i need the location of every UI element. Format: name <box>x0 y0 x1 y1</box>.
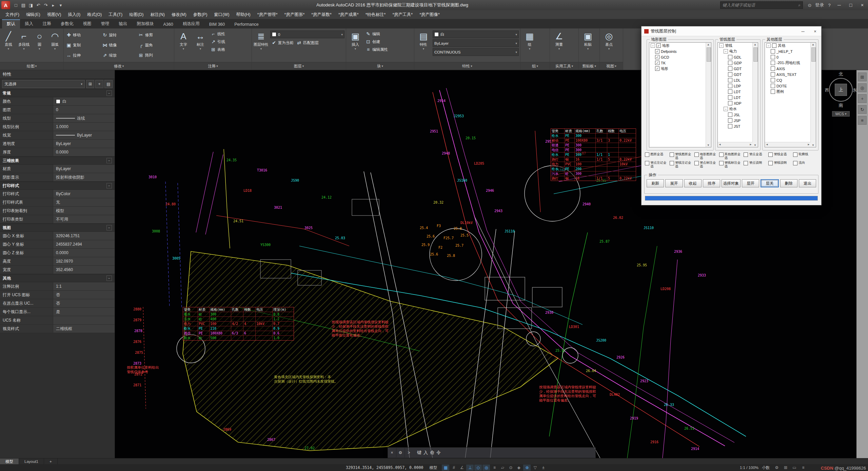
properties-dropdown-2[interactable]: CONTINUOUS▾ <box>433 48 519 56</box>
ribbon-button[interactable]: ⇗缩放 <box>101 50 136 60</box>
collapse-icon[interactable]: − <box>106 90 112 96</box>
status-toggle-9[interactable]: ◈ <box>515 465 522 471</box>
ribbon-button[interactable]: ○圆▾ <box>33 30 47 51</box>
ribbon-button[interactable]: A文字▾ <box>176 30 191 51</box>
palette-row[interactable]: 打开 UCS 图标否 <box>0 291 115 299</box>
checkbox[interactable] <box>728 124 732 128</box>
dialog-button[interactable]: 选择对象 <box>722 179 741 187</box>
model-space-label[interactable]: 模型 <box>429 465 437 470</box>
ribbon-button[interactable]: ✎编辑 <box>364 30 413 37</box>
scrollbar[interactable] <box>765 142 811 147</box>
viewcube-south-label[interactable]: 南 <box>826 102 856 108</box>
ribbon-button[interactable]: ✚移动 <box>65 30 100 40</box>
ribbon-button[interactable]: ⇄匹配图层 <box>295 39 320 46</box>
scrollbar[interactable] <box>810 43 816 147</box>
status-toggle-4[interactable]: ◇ <box>474 465 482 471</box>
status-toggle-7[interactable]: ▱ <box>499 465 506 471</box>
checkbox[interactable] <box>728 66 732 71</box>
dialog-button[interactable]: 排序 <box>703 179 720 187</box>
checkbox[interactable] <box>771 66 775 71</box>
layer-dropdown[interactable]: 0▾ <box>270 30 344 38</box>
menu-item-1[interactable]: 编辑(E) <box>23 10 44 19</box>
menu-item-8[interactable]: 修改(M) <box>168 10 190 19</box>
ribbon-button[interactable]: ✂修剪 <box>137 30 173 40</box>
layer-list-item[interactable]: JSP <box>718 118 758 123</box>
checkbox[interactable] <box>728 112 732 117</box>
layer-list-item[interactable]: ✓GCD <box>649 54 711 60</box>
checkbox[interactable]: ✓ <box>655 49 659 54</box>
ribbon-tab-5[interactable]: 管理 <box>96 19 114 28</box>
annotation-scale[interactable]: 1:1 / 100% <box>740 466 758 470</box>
command-line[interactable]: × ⚙ > 键入命令 <box>388 447 596 458</box>
qat-icon-1[interactable]: ▤ <box>20 1 27 9</box>
layer-list-item[interactable]: DOTE <box>765 83 816 89</box>
palette-row[interactable]: 颜色白 <box>0 97 115 106</box>
layer-list-item[interactable]: AXIS_TEXT <box>765 71 816 77</box>
checkbox[interactable] <box>768 161 773 165</box>
menu-item-10[interactable]: 窗口(W) <box>211 10 233 19</box>
status-toggle-2[interactable]: ∠ <box>458 465 466 471</box>
layer-list-item[interactable]: 图例 <box>765 89 816 95</box>
units-dropdown[interactable]: 小数 <box>762 465 770 470</box>
ribbon-panel-label[interactable]: 修改▾ <box>64 62 174 70</box>
layer-list-item[interactable]: LDL <box>718 77 758 83</box>
dialog-button[interactable]: 退出 <box>799 179 816 187</box>
pipeline-layer-list[interactable]: −管线−电力GDLGDPGDTGDTLDLLDPLDTLDTXDP−给水JSLJ… <box>717 42 758 147</box>
checkbox[interactable] <box>744 152 748 157</box>
checkbox[interactable] <box>728 95 732 100</box>
layer-list-item[interactable]: −管线 <box>718 43 758 48</box>
palette-row[interactable]: 圆心 Z 坐标0.0000 <box>0 249 115 257</box>
menu-item-15[interactable]: *房产成果* <box>335 10 362 19</box>
dialog-close-button[interactable]: × <box>809 26 821 36</box>
ribbon-tab-4[interactable]: 视图 <box>78 19 96 28</box>
status-toggle-0[interactable]: ▦ <box>442 465 449 471</box>
layout-tab-1[interactable]: Layout1 <box>19 458 44 465</box>
dialog-filter-checkbox[interactable]: 管线标注全选 <box>719 161 744 168</box>
tree-expander-icon[interactable]: − <box>724 49 728 54</box>
ribbon-tab-9[interactable]: 精选应用 <box>178 19 204 28</box>
ribbon-panel-label[interactable]: 块▾ <box>346 62 414 70</box>
checkbox[interactable] <box>719 161 724 165</box>
dialog-button[interactable]: 收起 <box>684 179 702 187</box>
palette-row[interactable]: 圆心 X 坐标329246.1751 <box>0 232 115 240</box>
palette-row[interactable]: 打印表附着到模型 <box>0 207 115 215</box>
ribbon-button[interactable]: ✔置为当前 <box>270 39 295 46</box>
ribbon-tab-1[interactable]: 插入 <box>20 19 38 28</box>
signin-label[interactable]: 登录 <box>814 1 825 9</box>
help-search-box[interactable]: 键入关键字或短语 ⌕ <box>720 1 803 9</box>
palette-section-header[interactable]: 打印样式− <box>0 182 115 190</box>
properties-dropdown-1[interactable]: ByLayer▾ <box>433 39 519 47</box>
selection-dropdown[interactable]: 无选择 ▾ <box>2 80 85 88</box>
ribbon-panel-label[interactable]: 绘图▾ <box>0 62 63 70</box>
status-toggle-1[interactable]: # <box>450 465 457 471</box>
palette-row[interactable]: 每个视口显示...是 <box>0 308 115 316</box>
ribbon-panel-label[interactable]: 实用工具▾ <box>550 62 578 70</box>
status-toggle-11[interactable]: ▽ <box>531 465 539 471</box>
ribbon-panel-label[interactable]: 图层▾ <box>252 62 346 70</box>
layer-list-item[interactable]: GDT <box>718 71 758 77</box>
dialog-filter-checkbox[interactable]: 图层全选 <box>645 152 670 160</box>
dialog-filter-checkbox[interactable]: 管线全选 <box>768 152 793 160</box>
tree-expander-icon[interactable]: − <box>766 43 771 48</box>
dialog-filter-checkbox[interactable]: 地形图层全选 <box>694 152 719 160</box>
layer-list-item[interactable]: −给水 <box>718 106 758 112</box>
layer-list-item[interactable]: CQ <box>765 77 816 83</box>
ribbon-button[interactable]: ▤特性▾ <box>416 30 431 51</box>
maximize-button[interactable]: □ <box>845 1 856 9</box>
dialog-button[interactable]: 刷新 <box>647 179 664 187</box>
collapse-icon[interactable]: − <box>106 158 112 163</box>
layer-list-item[interactable]: −电力 <box>718 48 758 54</box>
palette-row[interactable]: 图层0 <box>0 106 115 114</box>
checkbox[interactable] <box>670 152 674 157</box>
checkbox[interactable] <box>771 78 775 82</box>
palette-row[interactable]: 圆心 Y 坐标2455837.2494 <box>0 240 115 249</box>
checkbox[interactable] <box>728 84 732 88</box>
palette-tool-icon-2[interactable]: ▤ <box>104 80 113 88</box>
checkbox[interactable] <box>694 161 699 165</box>
qat-icon-5[interactable]: ▸ <box>50 1 57 9</box>
tree-expander-icon[interactable]: − <box>719 43 724 48</box>
checkbox[interactable] <box>768 152 773 157</box>
checkbox[interactable] <box>728 55 732 59</box>
dialog-filter-checkbox[interactable]: 管点说明 <box>744 161 768 168</box>
ribbon-button[interactable]: ↔拉伸 <box>65 50 100 60</box>
